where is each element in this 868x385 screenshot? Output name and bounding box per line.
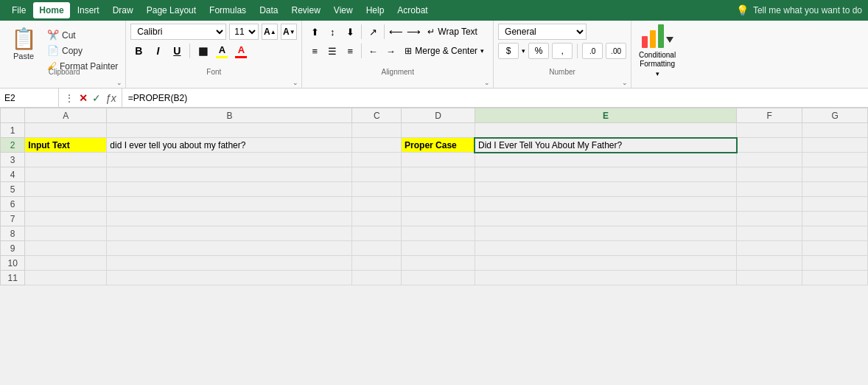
row-header-9[interactable]: 9	[1, 241, 25, 256]
conditional-formatting-button[interactable]: ConditionalFormatting ▾	[636, 18, 679, 80]
cell-F4[interactable]	[737, 167, 802, 182]
cell-reference-box[interactable]: E2	[0, 89, 59, 107]
cond-format-dropdown[interactable]: ▾	[656, 70, 659, 77]
cell-E5[interactable]	[475, 182, 736, 197]
cell-C2[interactable]	[352, 138, 402, 153]
align-center-button[interactable]: ☰	[324, 43, 340, 59]
cancel-formula-icon[interactable]: ✕	[77, 92, 90, 104]
indent-increase-button[interactable]: ⟶	[405, 24, 421, 40]
cell-C10[interactable]	[352, 256, 402, 271]
cell-A2[interactable]: Input Text	[25, 138, 107, 153]
cell-G7[interactable]	[802, 212, 868, 226]
cell-E2[interactable]: Did I Ever Tell You About My Father?	[475, 138, 736, 153]
menu-formulas[interactable]: Formulas	[203, 2, 252, 18]
row-header-10[interactable]: 10	[1, 256, 25, 271]
font-color-button[interactable]: A	[233, 43, 249, 59]
cell-G8[interactable]	[802, 226, 868, 241]
bold-button[interactable]: B	[130, 43, 147, 59]
cell-B3[interactable]	[107, 153, 352, 167]
comma-button[interactable]: ,	[552, 43, 573, 59]
increase-indent-button[interactable]: →	[382, 43, 399, 59]
align-right-button[interactable]: ≡	[342, 43, 358, 59]
cell-E11[interactable]	[475, 271, 736, 285]
row-header-1[interactable]: 1	[1, 123, 25, 138]
cell-G11[interactable]	[802, 271, 868, 285]
decrease-font-button[interactable]: A▼	[281, 24, 297, 40]
cell-E4[interactable]	[475, 167, 736, 182]
cell-B11[interactable]	[107, 271, 352, 285]
cell-B6[interactable]	[107, 197, 352, 212]
cell-E3[interactable]	[475, 153, 736, 167]
indent-decrease-button[interactable]: ⟵	[388, 24, 404, 40]
cell-A10[interactable]	[25, 256, 107, 271]
menu-help[interactable]: Help	[360, 2, 391, 18]
cell-C3[interactable]	[352, 153, 402, 167]
cell-C11[interactable]	[352, 271, 402, 285]
row-header-11[interactable]: 11	[1, 271, 25, 285]
italic-button[interactable]: I	[150, 43, 166, 59]
cell-B1[interactable]	[107, 123, 352, 138]
formula-input[interactable]	[122, 89, 868, 107]
cell-G2[interactable]	[802, 138, 868, 153]
menu-data[interactable]: Data	[253, 2, 284, 18]
cell-C6[interactable]	[352, 197, 402, 212]
increase-decimal-button[interactable]: .0	[582, 43, 603, 59]
paste-button[interactable]: 📋 Paste	[7, 24, 40, 62]
align-top-button[interactable]: ⬆	[307, 24, 323, 40]
fill-color-button[interactable]: A	[214, 43, 230, 59]
cell-A5[interactable]	[25, 182, 107, 197]
cell-A8[interactable]	[25, 226, 107, 241]
cell-D1[interactable]	[402, 123, 475, 138]
wrap-text-button[interactable]: ↵ Wrap Text	[423, 24, 482, 40]
cell-A11[interactable]	[25, 271, 107, 285]
cell-E7[interactable]	[475, 212, 736, 226]
cell-A6[interactable]	[25, 197, 107, 212]
function-icon[interactable]: ƒx	[103, 92, 119, 104]
cell-F8[interactable]	[737, 226, 802, 241]
cell-C9[interactable]	[352, 241, 402, 256]
clipboard-expand-icon[interactable]: ⌄	[116, 79, 122, 86]
cell-D7[interactable]	[402, 212, 475, 226]
cell-A9[interactable]	[25, 241, 107, 256]
col-header-f[interactable]: F	[737, 108, 802, 123]
cut-button[interactable]: ✂️ Cut	[44, 28, 121, 42]
cell-D5[interactable]	[402, 182, 475, 197]
cell-F1[interactable]	[737, 123, 802, 138]
row-header-3[interactable]: 3	[1, 153, 25, 167]
col-header-d[interactable]: D	[402, 108, 475, 123]
cell-D10[interactable]	[402, 256, 475, 271]
align-bottom-button[interactable]: ⬇	[342, 24, 358, 40]
cell-E1[interactable]	[475, 123, 736, 138]
cell-B5[interactable]	[107, 182, 352, 197]
row-header-2[interactable]: 2	[1, 138, 25, 153]
cell-F10[interactable]	[737, 256, 802, 271]
cell-A3[interactable]	[25, 153, 107, 167]
row-header-7[interactable]: 7	[1, 212, 25, 226]
percent-button[interactable]: %	[528, 43, 549, 59]
border-button[interactable]: ▦	[195, 43, 211, 59]
alignment-expand-icon[interactable]: ⌄	[484, 79, 490, 86]
col-header-e[interactable]: E	[475, 108, 736, 123]
dropdown-arrow[interactable]: ▾	[522, 47, 525, 55]
cell-B7[interactable]	[107, 212, 352, 226]
cell-C8[interactable]	[352, 226, 402, 241]
confirm-formula-icon[interactable]: ✓	[90, 92, 103, 104]
merge-center-button[interactable]: ⊞ Merge & Center ▾	[400, 43, 489, 59]
cell-D3[interactable]	[402, 153, 475, 167]
cell-B8[interactable]	[107, 226, 352, 241]
font-size-select[interactable]: 11	[229, 24, 259, 40]
decrease-indent-button[interactable]: ←	[365, 43, 381, 59]
decrease-decimal-button[interactable]: .00	[606, 43, 626, 59]
menu-review[interactable]: Review	[285, 2, 326, 18]
row-header-8[interactable]: 8	[1, 226, 25, 241]
cell-D6[interactable]	[402, 197, 475, 212]
cell-C7[interactable]	[352, 212, 402, 226]
copy-button[interactable]: 📄 Copy	[44, 44, 121, 58]
cell-G1[interactable]	[802, 123, 868, 138]
cell-G9[interactable]	[802, 241, 868, 256]
cell-D8[interactable]	[402, 226, 475, 241]
increase-font-button[interactable]: A▲	[262, 24, 278, 40]
cell-B10[interactable]	[107, 256, 352, 271]
cell-D11[interactable]	[402, 271, 475, 285]
font-expand-icon[interactable]: ⌄	[293, 79, 298, 86]
